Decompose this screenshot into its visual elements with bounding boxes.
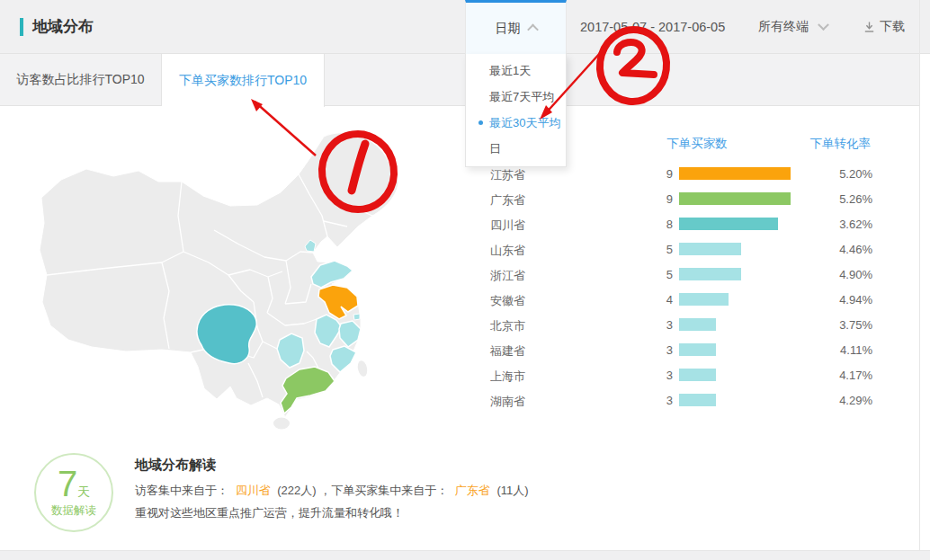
buyer-count-value: 8 — [637, 218, 673, 231]
china-map[interactable] — [27, 126, 477, 431]
conversion-rate-value: 4.46% — [826, 243, 872, 256]
buyer-count-value: 3 — [637, 318, 673, 332]
buyer-count-value: 9 — [637, 167, 673, 181]
rank-row: 湖南省34.29% — [486, 387, 908, 413]
ranking-chart: 下单买家数 下单转化率 江苏省95.20%广东省95.26%四川省83.62%山… — [486, 130, 908, 427]
buyer-count-bar — [679, 243, 741, 255]
terminal-filter-button[interactable]: 所有终端 — [758, 0, 827, 54]
conversion-rate-value: 5.26% — [826, 192, 872, 206]
buyer-count-bar — [679, 343, 716, 356]
buyer-count-bar — [679, 192, 791, 205]
rank-row: 上海市34.17% — [486, 362, 908, 387]
date-option-1[interactable]: 最近7天平均 — [466, 85, 566, 110]
buyer-count-bar — [679, 369, 716, 381]
buyer-count-bar — [679, 218, 778, 230]
buyer-count-value: 4 — [637, 293, 673, 307]
date-option-2[interactable]: 最近30天平均 — [466, 111, 566, 135]
date-option-label: 日 — [489, 141, 501, 157]
province-label: 江苏省 — [490, 167, 525, 183]
conversion-rate-value: 3.62% — [826, 218, 872, 231]
province-label: 安徽省 — [490, 293, 525, 309]
download-icon — [863, 21, 875, 33]
province-label: 上海市 — [490, 369, 525, 385]
date-range-text: 2017-05-07 - 2017-06-05 — [580, 0, 725, 54]
badge-label: 数据解读 — [51, 503, 96, 519]
date-dropdown-menu: 最近1天最近7天平均最近30天平均日 — [465, 54, 567, 167]
title-accent-bar — [20, 18, 23, 36]
selected-dot-icon — [478, 120, 483, 125]
bottom-band — [0, 550, 930, 560]
tab-order-buyers-top10[interactable]: 下单买家数排行TOP10 — [162, 54, 325, 107]
terminal-filter-label: 所有终端 — [758, 19, 809, 35]
insight-title: 地域分布解读 — [135, 457, 216, 474]
province-label: 广东省 — [490, 192, 525, 209]
province-label: 山东省 — [490, 243, 525, 259]
conversion-rate-value: 3.75% — [826, 318, 872, 332]
date-option-3[interactable]: 日 — [466, 137, 566, 161]
visitor-province-link[interactable]: 四川省 — [236, 484, 271, 497]
badge-unit: 天 — [77, 484, 90, 501]
map-province-taiwan[interactable] — [356, 360, 369, 378]
conversion-rate-value: 4.11% — [826, 343, 872, 357]
badge-number: 7 — [58, 467, 77, 501]
column-header-buyers: 下单买家数 — [661, 136, 733, 152]
download-button[interactable]: 下载 — [863, 0, 905, 54]
tab-visitor-ratio-top10[interactable]: 访客数占比排行TOP10 — [0, 54, 162, 106]
buyer-count-value: 3 — [637, 343, 673, 357]
date-option-label: 最近1天 — [489, 63, 531, 79]
ranking-rows: 江苏省95.20%广东省95.26%四川省83.62%山东省54.46%浙江省5… — [486, 161, 908, 413]
conversion-rate-value: 4.94% — [826, 293, 872, 307]
insight-line2: 重视对这些地区重点推广运营，提升流量和转化哦！ — [135, 505, 404, 521]
rank-row: 四川省83.62% — [486, 211, 908, 236]
download-label: 下载 — [880, 19, 905, 35]
tabs-row: 访客数占比排行TOP10 下单买家数排行TOP10 — [0, 54, 919, 106]
insight-badge: 7 天 数据解读 — [34, 453, 113, 532]
province-label: 福建省 — [490, 343, 525, 360]
geo-distribution-panel: 地域分布 日期 2017-05-07 - 2017-06-05 所有终端 下载 … — [0, 0, 930, 560]
date-option-label: 最近30天平均 — [489, 115, 560, 131]
rank-row: 安徽省44.94% — [486, 287, 908, 312]
buyer-count-value: 5 — [637, 243, 673, 256]
buyer-count-bar — [679, 394, 716, 406]
date-filter-label: 日期 — [496, 21, 521, 37]
buyer-count-value: 9 — [637, 192, 673, 206]
map-province-hainan[interactable] — [273, 418, 290, 430]
conversion-rate-value: 4.17% — [826, 369, 872, 382]
buyer-count: (11人) — [496, 484, 528, 497]
date-option-0[interactable]: 最近1天 — [466, 59, 566, 84]
map-province-shanghai[interactable] — [353, 314, 360, 320]
chevron-down-icon — [818, 19, 829, 31]
rank-row: 山东省54.46% — [486, 236, 908, 262]
buyer-count-bar — [679, 318, 716, 331]
conversion-rate-value: 4.29% — [826, 394, 872, 407]
date-filter-button[interactable]: 日期 — [465, 0, 567, 54]
page-title: 地域分布 — [32, 0, 94, 54]
column-header-conversion: 下单转化率 — [808, 136, 871, 152]
conversion-rate-value: 5.20% — [826, 167, 872, 181]
visitor-count: (222人) — [277, 484, 316, 497]
insight-line1: 访客集中来自于： 四川省 (222人) ，下单买家集中来自于： 广东省 (11人… — [135, 483, 529, 499]
province-label: 四川省 — [490, 218, 525, 234]
rank-row: 北京市33.75% — [486, 312, 908, 337]
rank-row: 浙江省54.90% — [486, 262, 908, 287]
buyer-count-value: 3 — [637, 394, 673, 407]
topbar: 地域分布 日期 2017-05-07 - 2017-06-05 所有终端 下载 — [0, 0, 930, 54]
buyer-count-value: 5 — [637, 268, 673, 281]
date-option-label: 最近7天平均 — [489, 89, 554, 105]
rank-row: 福建省34.11% — [486, 337, 908, 362]
buyer-count-bar — [679, 268, 741, 280]
buyer-province-link[interactable]: 广东省 — [455, 484, 490, 497]
province-label: 湖南省 — [490, 394, 525, 410]
buyer-count-bar — [679, 293, 729, 306]
buyer-count-value: 3 — [637, 369, 673, 382]
province-label: 北京市 — [490, 318, 525, 334]
panel-right-border — [919, 0, 920, 550]
chevron-up-icon — [527, 24, 539, 36]
conversion-rate-value: 4.90% — [826, 268, 872, 281]
buyer-count-bar — [679, 167, 791, 180]
rank-row: 广东省95.26% — [486, 186, 908, 211]
province-label: 浙江省 — [490, 268, 525, 284]
